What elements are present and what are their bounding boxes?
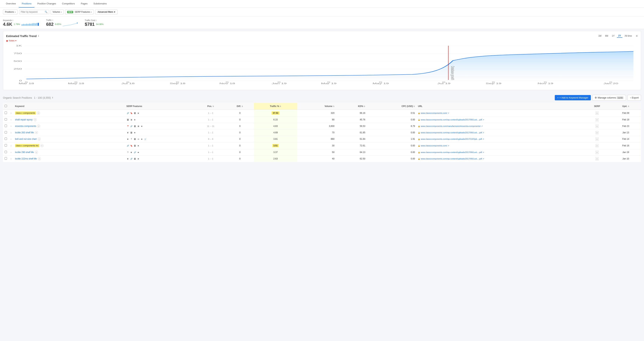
pin-icon[interactable]: 📍 — [126, 125, 129, 128]
table-info-icon[interactable]: ℹ — [52, 97, 53, 99]
image-icon[interactable]: 🖼 — [126, 118, 129, 121]
traffic-info-icon[interactable]: ℹ — [52, 19, 53, 21]
add-keyword-icon[interactable]: + — [35, 151, 38, 154]
row-checkbox[interactable] — [4, 151, 7, 153]
time-1m[interactable]: 1M — [597, 34, 603, 38]
expand-row-button[interactable]: › — [10, 151, 12, 154]
tab-subdomains[interactable]: Subdomains — [90, 0, 110, 8]
keyword-text[interactable]: essentra components — [15, 125, 36, 127]
keyword-text[interactable]: loctite 222ms shelf life — [15, 157, 37, 160]
crown-icon[interactable]: ♛ — [130, 151, 133, 154]
positions-filter[interactable]: Positions ▾ — [3, 10, 18, 14]
add-keyword-icon[interactable]: + — [40, 144, 44, 147]
serp-screenshot-icon[interactable]: □ — [596, 125, 598, 128]
row-checkbox[interactable] — [4, 144, 7, 147]
keyword-text[interactable]: shaft repair epoxy — [15, 118, 32, 121]
diff-column-header[interactable]: Diff. ⇅ — [226, 103, 254, 110]
keyword-filter-input[interactable] — [21, 11, 45, 13]
url-link[interactable]: www.classccomponents.com/wp-content/uplo… — [420, 119, 484, 121]
add-keyword-manager-button[interactable]: + + Add to Keyword Manager — [555, 95, 591, 100]
link-icon[interactable]: 🔗 — [130, 125, 133, 128]
expand-row-button[interactable]: › — [10, 112, 12, 115]
add-keyword-icon[interactable]: + — [35, 131, 38, 134]
serp-screenshot-icon[interactable]: □ — [596, 151, 598, 154]
cpc-column-header[interactable]: CPC (USD) ⇅ — [367, 103, 416, 110]
crown-icon[interactable]: ♛ — [126, 138, 129, 141]
row-checkbox[interactable] — [4, 157, 7, 160]
add-keyword-icon[interactable]: + — [38, 157, 41, 160]
link-icon[interactable]: 🔗 — [126, 112, 129, 115]
notes-button[interactable]: ◆ Notes ▾ — [6, 39, 638, 42]
url-link[interactable]: www.classccomponents.com/wp-content/uplo… — [420, 131, 484, 134]
row-checkbox[interactable] — [4, 112, 7, 114]
manage-columns-button[interactable]: ⚙ Manage columns 11/15 — [592, 95, 626, 101]
image-icon[interactable]: 🖼 — [130, 131, 133, 134]
screen-icon[interactable]: 🖥 — [130, 118, 133, 121]
image-icon[interactable]: 🖼 — [134, 125, 136, 128]
serp-screenshot-icon[interactable]: □ — [596, 131, 598, 134]
expand-row-button[interactable]: › — [10, 157, 12, 160]
link-icon[interactable]: 🔗 — [130, 157, 133, 160]
serp-screenshot-icon[interactable]: □ — [596, 118, 598, 121]
crown-icon[interactable]: ♛ — [126, 157, 129, 160]
add-keyword-icon[interactable]: + — [37, 125, 40, 128]
star-icon[interactable]: ★ — [137, 151, 140, 154]
serp-screenshot-icon[interactable]: □ — [596, 157, 598, 160]
crown-icon[interactable]: ♛ — [126, 131, 129, 134]
add-keyword-icon[interactable]: + — [34, 118, 36, 121]
tab-position-changes[interactable]: Position Changes — [34, 0, 59, 8]
bookmark-icon[interactable]: 🔖 — [130, 144, 133, 147]
question-icon[interactable]: ? — [130, 138, 133, 141]
tab-competitors[interactable]: Competitors — [59, 0, 78, 8]
image-icon[interactable]: 🖼 — [134, 138, 136, 141]
volume-filter[interactable]: Volume ▾ — [50, 10, 64, 14]
add-keyword-icon[interactable]: + — [37, 112, 40, 115]
row-checkbox[interactable] — [4, 138, 7, 140]
traffic-pct-column-header[interactable]: Traffic % ⇅ — [254, 103, 297, 110]
serp-features-filter[interactable]: NEW SERP Features ▾ — [65, 10, 94, 14]
expand-row-button[interactable]: › — [10, 125, 12, 128]
export-button[interactable]: ↑ Export — [628, 95, 641, 101]
select-all-checkbox[interactable] — [4, 105, 7, 107]
star-icon[interactable]: ★ — [134, 118, 136, 121]
star-icon[interactable]: ★ — [137, 144, 140, 147]
url-link[interactable]: www.classccomponents.com/manufacturers/e… — [420, 125, 483, 127]
star-icon[interactable]: ★ — [140, 125, 143, 128]
serp-screenshot-icon[interactable]: □ — [596, 138, 598, 141]
volume-column-header[interactable]: Volume ⇅ — [297, 103, 336, 110]
circle-icon[interactable]: ⊙ — [137, 138, 140, 141]
url-link[interactable]: www.classccomponents.com/wp-content/uplo… — [420, 151, 484, 153]
time-alltime[interactable]: All time — [623, 34, 633, 38]
url-link[interactable]: www.classccomponents.com/wp-content/uplo… — [420, 138, 484, 140]
expand-row-button[interactable]: › — [10, 138, 12, 141]
tab-positions[interactable]: Positions — [19, 0, 34, 8]
pos-column-header[interactable]: Pos. ⇅ — [196, 103, 226, 110]
row-checkbox[interactable] — [4, 131, 7, 134]
advanced-filters-button[interactable]: Advanced filters ▾ — [95, 10, 118, 14]
time-6m[interactable]: 6M — [604, 34, 610, 38]
expand-row-button[interactable]: › — [10, 144, 12, 147]
url-link[interactable]: www.classccomponents.com/ ↗ — [420, 145, 449, 147]
time-1y[interactable]: 1Y — [610, 34, 616, 38]
tab-pages[interactable]: Pages — [78, 0, 90, 8]
expand-row-button[interactable]: › — [10, 131, 12, 134]
keyword-text[interactable]: bolt and nut size chart — [15, 138, 36, 140]
expand-row-button[interactable]: › — [10, 118, 12, 121]
row-checkbox[interactable] — [4, 125, 7, 127]
upd-column-header[interactable]: Upd. ⇅ — [610, 103, 641, 110]
screen-icon[interactable]: 🖥 — [137, 125, 140, 128]
image-icon[interactable]: 🖼 — [134, 144, 136, 147]
keyword-text[interactable]: loctite 263 shelf life — [15, 131, 34, 134]
chart-close-icon[interactable]: ✕ — [636, 34, 638, 38]
star-icon[interactable]: ★ — [140, 138, 143, 141]
kd-column-header[interactable]: KD% ⇅ — [336, 103, 367, 110]
link-icon[interactable]: 🔗 — [134, 151, 136, 154]
keyword-text[interactable]: loctite 290 shelf life — [15, 151, 34, 154]
row-checkbox[interactable] — [4, 118, 7, 121]
traffic-cost-info-icon[interactable]: ℹ — [96, 19, 96, 21]
star-icon[interactable]: ★ — [137, 112, 140, 115]
tab-overview[interactable]: Overview — [3, 0, 19, 8]
serp-features-column-header[interactable]: SERP Features — [125, 103, 196, 110]
bookmark-icon[interactable]: 🔖 — [130, 112, 133, 115]
link-icon[interactable]: 🔗 — [126, 144, 129, 147]
